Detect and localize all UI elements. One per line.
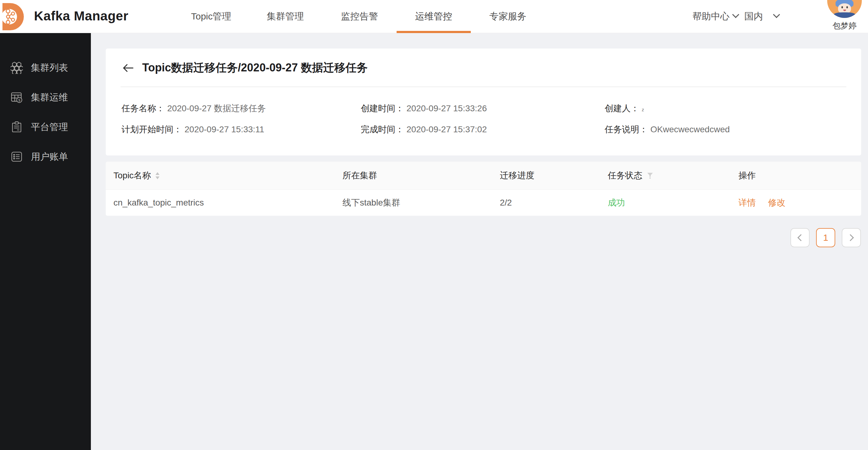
cluster-ops-coin-icon: $ xyxy=(10,91,23,103)
column-cluster: 所在集群 xyxy=(342,170,500,182)
cell-actions: 详情 修改 xyxy=(739,197,861,208)
top-header: Kafka Manager Topic管理 集群管理 监控告警 运维管控 专家服… xyxy=(0,0,868,33)
bill-list-icon xyxy=(10,151,23,163)
page-title: Topic数据迁移任务/2020-09-27 数据迁移任务 xyxy=(142,60,368,75)
honeycomb-cluster-icon xyxy=(10,62,23,74)
nav-tab-cluster-manage[interactable]: 集群管理 xyxy=(248,0,322,33)
avatar xyxy=(827,0,862,18)
sidebar-item-label: 集群运维 xyxy=(31,91,68,104)
status-badge: 成功 xyxy=(608,197,739,208)
chevron-right-icon xyxy=(847,234,854,242)
task-detail-card: Topic数据迁移任务/2020-09-27 数据迁移任务 任务名称： 2020… xyxy=(106,49,861,156)
sidebar-item-cluster-ops[interactable]: $ 集群运维 xyxy=(0,83,91,112)
migration-table: Topic名称 所在集群 迁移进度 任务状态 操作 cn_ka xyxy=(106,162,861,216)
prev-page-button[interactable] xyxy=(790,228,810,247)
primary-nav: Topic管理 集群管理 监控告警 运维管控 专家服务 xyxy=(174,0,545,33)
field-finish-time: 完成时间： 2020-09-27 15:37:02 xyxy=(361,124,604,135)
nav-tab-topic-manage[interactable]: Topic管理 xyxy=(174,0,248,33)
region-select[interactable]: 国内 xyxy=(744,0,779,33)
back-button[interactable] xyxy=(121,62,135,74)
field-creator: 创建人： z xyxy=(604,103,846,115)
task-detail-fields: 任务名称： 2020-09-27 数据迁移任务 创建时间： 2020-09-27… xyxy=(106,87,861,135)
sidebar-item-cluster-list[interactable]: 集群列表 xyxy=(0,53,91,83)
sidebar-item-platform-manage[interactable]: 平台管理 xyxy=(0,112,91,142)
column-actions: 操作 xyxy=(739,170,861,182)
sidebar-item-label: 用户账单 xyxy=(31,151,68,163)
cell-topic-name: cn_kafka_topic_metrics xyxy=(114,198,342,208)
chevron-down-icon xyxy=(773,11,780,18)
page-1-button[interactable]: 1 xyxy=(816,228,835,247)
app-title: Kafka Manager xyxy=(34,9,128,24)
help-center-menu[interactable]: 帮助中心 xyxy=(692,0,738,33)
next-page-button[interactable] xyxy=(842,228,861,247)
nav-tab-ops-control[interactable]: 运维管控 xyxy=(397,0,471,33)
nav-tab-expert-service[interactable]: 专家服务 xyxy=(471,0,545,33)
chevron-left-icon xyxy=(798,234,805,242)
column-topic-name: Topic名称 xyxy=(114,170,342,182)
table-header-row: Topic名称 所在集群 迁移进度 任务状态 操作 xyxy=(106,162,861,189)
user-menu[interactable]: 包梦婷 xyxy=(826,0,863,31)
field-plan-start-time: 计划开始时间： 2020-09-27 15:33:11 xyxy=(122,124,361,135)
field-task-name: 任务名称： 2020-09-27 数据迁移任务 xyxy=(122,103,361,115)
table-row: cn_kafka_topic_metrics 线下stable集群 2/2 成功… xyxy=(106,189,861,216)
column-status: 任务状态 xyxy=(608,170,739,182)
cell-cluster: 线下stable集群 xyxy=(342,197,500,208)
chevron-down-icon xyxy=(732,11,739,18)
svg-text:$: $ xyxy=(18,98,21,102)
filter-funnel-icon[interactable] xyxy=(647,172,653,179)
nav-tab-monitor-alert[interactable]: 监控告警 xyxy=(322,0,397,33)
main-content: Topic数据迁移任务/2020-09-27 数据迁移任务 任务名称： 2020… xyxy=(91,33,868,450)
sidebar-item-label: 集群列表 xyxy=(31,62,68,74)
column-progress: 迁移进度 xyxy=(500,170,608,182)
sidebar-item-label: 平台管理 xyxy=(31,121,68,133)
kafka-manager-logo-icon xyxy=(0,2,25,32)
sort-icon[interactable] xyxy=(155,172,160,179)
detail-link[interactable]: 详情 xyxy=(739,198,756,207)
pagination: 1 xyxy=(106,228,861,247)
region-label: 国内 xyxy=(744,10,763,23)
sidebar: 集群列表 $ 集群运维 平台管理 xyxy=(0,33,91,450)
cell-progress: 2/2 xyxy=(500,198,608,208)
field-create-time: 创建时间： 2020-09-27 15:33:26 xyxy=(361,103,604,115)
clipboard-icon xyxy=(10,121,23,133)
edit-link[interactable]: 修改 xyxy=(768,198,785,207)
help-center-label: 帮助中心 xyxy=(692,10,730,23)
user-name: 包梦婷 xyxy=(826,21,863,31)
sidebar-item-user-bill[interactable]: 用户账单 xyxy=(0,142,91,171)
field-task-desc: 任务说明： OKwecwecwedcwed xyxy=(604,124,846,135)
